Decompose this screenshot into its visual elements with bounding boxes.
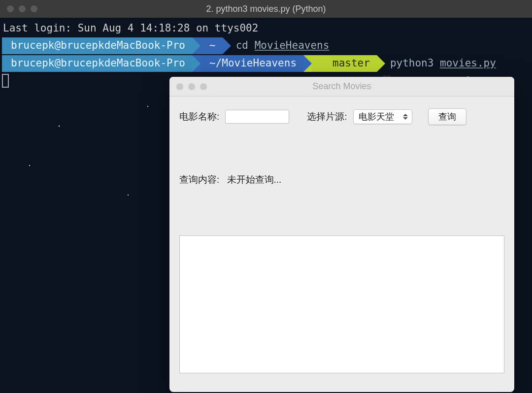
minimize-icon[interactable]: [19, 5, 26, 12]
close-icon[interactable]: [7, 5, 14, 12]
results-textarea[interactable]: [179, 235, 504, 373]
prompt-host: brucepk@brucepkdeMacBook-Pro: [2, 55, 192, 72]
cmd-bin: cd: [236, 39, 248, 51]
source-selected-value: 电影天堂: [359, 111, 400, 123]
terminal-traffic-lights: [7, 5, 37, 12]
prompt-git-branch: master: [312, 55, 377, 72]
movie-name-label: 电影名称:: [179, 110, 219, 123]
close-icon[interactable]: [176, 83, 183, 90]
movie-name-input[interactable]: [225, 110, 289, 124]
maximize-icon[interactable]: [31, 5, 37, 12]
terminal-title: 2. python3 movies.py (Python): [0, 4, 532, 14]
prompt-line-1: brucepk@brucepkdeMacBook-Pro ~ cd MovieH…: [2, 37, 530, 54]
terminal-titlebar: 2. python3 movies.py (Python): [0, 0, 532, 18]
app-title: Search Movies: [169, 81, 514, 92]
query-status-row: 查询内容: 未开始查询...: [169, 129, 514, 196]
prompt-path: ~/MovieHeavens: [200, 55, 303, 72]
app-titlebar[interactable]: Search Movies: [169, 77, 514, 97]
terminal-cursor: [2, 74, 9, 88]
chevron-right-icon: [223, 37, 231, 54]
command-text: python3 movies.py: [385, 56, 496, 71]
cmd-bin: python3: [390, 57, 434, 69]
search-button[interactable]: 查询: [428, 108, 466, 125]
status-value: 未开始查询...: [227, 174, 282, 185]
chevron-right-icon: [192, 55, 200, 72]
search-movies-window: Search Movies 电影名称: 选择片源: 电影天堂 查询 查询内容: …: [169, 77, 514, 392]
git-branch-icon: [321, 59, 329, 68]
maximize-icon[interactable]: [200, 83, 207, 90]
cmd-arg: movies.py: [440, 57, 496, 69]
source-label: 选择片源:: [307, 110, 347, 123]
chevron-right-icon: [192, 37, 200, 54]
prompt-host: brucepk@brucepkdeMacBook-Pro: [2, 37, 192, 54]
chevron-up-down-icon: [403, 112, 409, 121]
chevron-right-icon: [303, 55, 312, 72]
minimize-icon[interactable]: [188, 83, 195, 90]
prompt-line-2: brucepk@brucepkdeMacBook-Pro ~/MovieHeav…: [2, 55, 530, 72]
source-select[interactable]: 电影天堂: [353, 109, 412, 124]
app-traffic-lights: [176, 83, 207, 90]
last-login-line: Last login: Sun Aug 4 14:18:28 on ttys00…: [2, 21, 530, 36]
branch-name: master: [332, 56, 370, 71]
command-text: cd MovieHeavens: [231, 38, 330, 54]
search-form-row: 电影名称: 选择片源: 电影天堂 查询: [169, 97, 514, 129]
cmd-arg: MovieHeavens: [255, 39, 330, 51]
prompt-path: ~: [200, 37, 223, 54]
status-label: 查询内容:: [179, 174, 219, 185]
chevron-right-icon: [377, 55, 385, 72]
